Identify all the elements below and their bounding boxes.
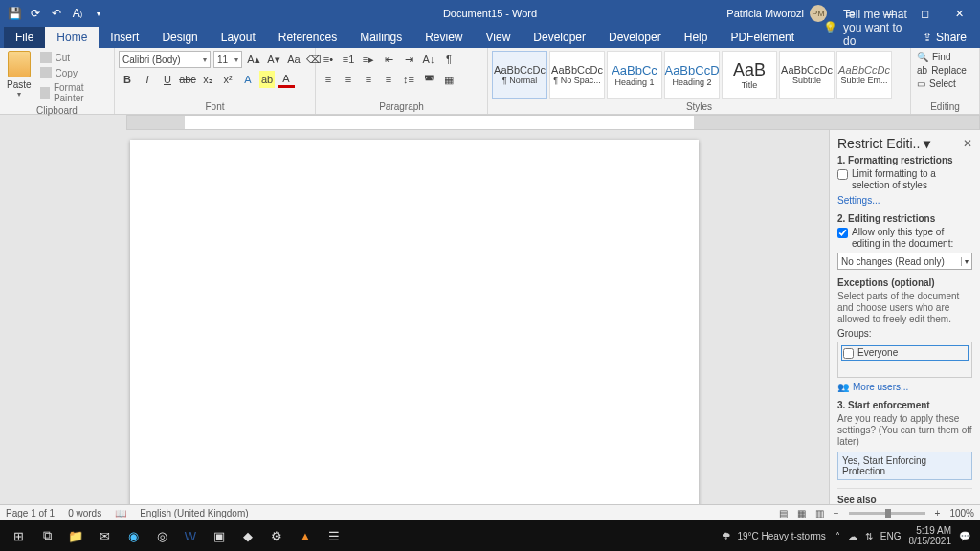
language-indicator[interactable]: English (United Kingdom) <box>140 508 248 518</box>
app1-icon[interactable]: ▣ <box>205 523 234 548</box>
web-layout-icon[interactable]: ▥ <box>815 508 824 518</box>
shading-icon[interactable]: ◚ <box>420 71 437 88</box>
tab-mailings[interactable]: Mailings <box>348 27 413 48</box>
pane-close-icon[interactable]: ✕ <box>963 137 972 150</box>
underline-icon[interactable]: U <box>159 71 176 88</box>
style-subtitle[interactable]: AaBbCcDcSubtitle <box>779 51 835 99</box>
wifi-icon[interactable]: ⇅ <box>865 531 873 541</box>
close-button[interactable]: ✕ <box>942 0 976 27</box>
start-enforcing-button[interactable]: Yes, Start Enforcing Protection <box>837 452 972 480</box>
user-name[interactable]: Patricia Mworozi <box>726 8 804 19</box>
font-name-combo[interactable]: Calibri (Body)▾ <box>119 51 211 68</box>
editing-type-dropdown[interactable]: No changes (Read only)▾ <box>837 253 972 270</box>
app3-icon[interactable]: ☰ <box>320 523 348 548</box>
tell-me[interactable]: 💡 Tell me what you want to do <box>823 8 909 48</box>
share-button[interactable]: ⇪ Share <box>909 27 980 48</box>
bold-icon[interactable]: B <box>119 71 136 88</box>
style--normal[interactable]: AaBbCcDc¶ Normal <box>492 51 547 99</box>
align-right-icon[interactable]: ≡ <box>360 71 377 88</box>
font-color-icon[interactable]: A <box>278 71 295 88</box>
justify-icon[interactable]: ≡ <box>380 71 397 88</box>
line-spacing-icon[interactable]: ↕≡ <box>400 71 417 88</box>
font-size-combo[interactable]: 11▾ <box>213 51 242 68</box>
settings-link[interactable]: Settings... <box>837 195 972 206</box>
format-painter-button[interactable]: Format Painter <box>38 81 110 104</box>
superscript-icon[interactable]: x² <box>219 71 236 88</box>
borders-icon[interactable]: ▦ <box>440 71 457 88</box>
align-left-icon[interactable]: ≡ <box>320 71 337 88</box>
explorer-icon[interactable]: 📁 <box>61 523 90 548</box>
tab-design[interactable]: Design <box>150 27 209 48</box>
numbering-icon[interactable]: ≡1 <box>340 51 357 68</box>
tray-chevron-icon[interactable]: ˄ <box>835 531 840 541</box>
start-icon[interactable]: ⊞ <box>4 523 33 548</box>
refresh-icon[interactable]: ⟳ <box>29 7 42 20</box>
weather-widget[interactable]: 🌩 19°C Heavy t-storms <box>722 531 825 541</box>
style-heading-2[interactable]: AaBbCcDHeading 2 <box>664 51 720 99</box>
everyone-checkbox[interactable]: Everyone <box>841 345 969 361</box>
align-center-icon[interactable]: ≡ <box>340 71 357 88</box>
tab-developer[interactable]: Developer <box>597 27 673 48</box>
strike-icon[interactable]: abc <box>179 71 196 88</box>
allow-editing-checkbox[interactable]: Allow only this type of editing in the d… <box>837 227 972 250</box>
style-heading-1[interactable]: AaBbCcHeading 1 <box>607 51 662 99</box>
qat-dropdown-icon[interactable]: ▾ <box>92 7 105 20</box>
undo-icon[interactable]: ↶ <box>50 7 63 20</box>
tab-layout[interactable]: Layout <box>210 27 267 48</box>
replace-button[interactable]: abReplace <box>915 64 969 77</box>
tab-developer[interactable]: Developer <box>522 27 597 48</box>
multilevel-icon[interactable]: ≡▸ <box>360 51 377 68</box>
edge-icon[interactable]: ◉ <box>119 523 147 548</box>
copy-button[interactable]: Copy <box>38 66 110 79</box>
styles-gallery[interactable]: AaBbCcDc¶ NormalAaBbCcDc¶ No Spac...AaBb… <box>492 51 894 99</box>
style-title[interactable]: AaBTitle <box>722 51 777 99</box>
grow-font-icon[interactable]: A▴ <box>245 51 262 68</box>
italic-icon[interactable]: I <box>139 71 156 88</box>
document-area[interactable] <box>0 130 829 504</box>
tab-help[interactable]: Help <box>673 27 720 48</box>
tab-review[interactable]: Review <box>413 27 474 48</box>
bullets-icon[interactable]: ≡• <box>320 51 337 68</box>
notifications-icon[interactable]: 💬 <box>959 531 970 541</box>
page[interactable] <box>130 140 699 504</box>
indent-inc-icon[interactable]: ⇥ <box>400 51 417 68</box>
settings-icon[interactable]: ⚙ <box>262 523 291 548</box>
sort-icon[interactable]: A↓ <box>420 51 437 68</box>
print-layout-icon[interactable]: ▦ <box>797 508 806 518</box>
font-toggle-icon[interactable]: A) <box>71 7 84 20</box>
onedrive-icon[interactable]: ☁ <box>848 531 858 541</box>
style-subtle-em-[interactable]: AaBbCcDcSubtle Em... <box>836 51 892 99</box>
zoom-in-icon[interactable]: + <box>935 508 941 518</box>
horizontal-ruler[interactable] <box>126 115 980 130</box>
tab-insert[interactable]: Insert <box>99 27 150 48</box>
cut-button[interactable]: Cut <box>38 51 110 64</box>
taskview-icon[interactable]: ⧉ <box>33 523 61 548</box>
word-icon[interactable]: W <box>176 523 205 548</box>
highlight-icon[interactable]: ab <box>259 71 275 88</box>
tab-file[interactable]: File <box>4 27 45 48</box>
save-icon[interactable]: 💾 <box>8 7 21 20</box>
change-case-icon[interactable]: Aa <box>285 51 302 68</box>
style--no-spac-[interactable]: AaBbCcDc¶ No Spac... <box>549 51 605 99</box>
page-indicator[interactable]: Page 1 of 1 <box>6 508 55 518</box>
lang-indicator[interactable]: ENG <box>880 531 902 541</box>
show-marks-icon[interactable]: ¶ <box>440 51 457 68</box>
subscript-icon[interactable]: x₂ <box>199 71 216 88</box>
clock[interactable]: 5:19 AM8/15/2021 <box>909 525 952 546</box>
tab-view[interactable]: View <box>475 27 523 48</box>
zoom-level[interactable]: 100% <box>949 508 974 518</box>
tab-pdfelement[interactable]: PDFelement <box>719 27 806 48</box>
paste-button[interactable]: Paste ▾ <box>4 51 34 99</box>
zoom-out-icon[interactable]: − <box>834 508 839 518</box>
read-mode-icon[interactable]: ▤ <box>779 508 788 518</box>
zoom-slider[interactable] <box>849 512 925 515</box>
tab-home[interactable]: Home <box>45 27 99 48</box>
word-count[interactable]: 0 words <box>68 508 101 518</box>
maximize-button[interactable]: ◻ <box>907 0 942 27</box>
proofing-icon[interactable]: 📖 <box>115 508 126 518</box>
more-users-link[interactable]: 👥 More users... <box>837 382 972 392</box>
select-button[interactable]: ▭Select <box>915 77 969 90</box>
indent-dec-icon[interactable]: ⇤ <box>380 51 397 68</box>
limit-formatting-checkbox[interactable]: Limit formatting to a selection of style… <box>837 168 972 191</box>
shrink-font-icon[interactable]: A▾ <box>265 51 282 68</box>
